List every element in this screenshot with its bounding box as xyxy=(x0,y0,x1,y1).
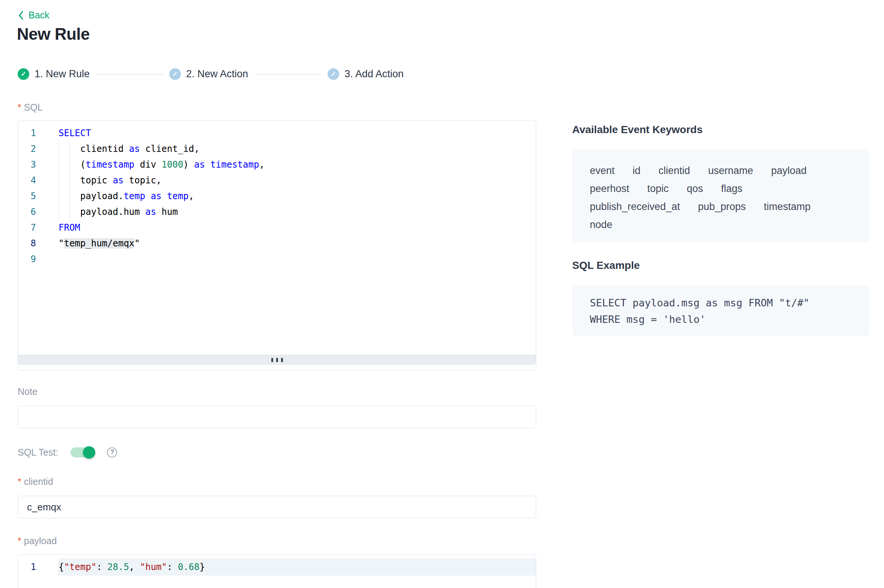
sql-example-line: WHERE msg = 'hello' xyxy=(590,311,854,328)
sql-test-toggle[interactable] xyxy=(71,447,95,458)
sql-example-line: SELECT payload.msg as msg FROM "t/#" xyxy=(590,295,854,311)
back-label: Back xyxy=(29,10,50,21)
event-keyword: pub_props xyxy=(698,198,746,216)
event-keyword: timestamp xyxy=(764,198,811,216)
line-number: 1 xyxy=(18,558,36,576)
event-keyword: qos xyxy=(687,180,703,198)
note-label-text: Note xyxy=(18,386,38,397)
note-input[interactable] xyxy=(18,406,536,428)
toggle-knob xyxy=(83,446,95,459)
event-keywords-panel: eventidclientidusernamepayloadpeerhostto… xyxy=(572,149,869,242)
code-line[interactable]: 9 xyxy=(18,251,536,267)
code-text: SELECT xyxy=(59,125,91,141)
resize-dot-icon xyxy=(271,358,273,362)
step-connector xyxy=(96,74,163,75)
line-number: 1 xyxy=(18,125,36,141)
chevron-left-icon xyxy=(18,10,24,20)
keyword-row: node xyxy=(590,216,854,234)
back-link[interactable]: Back xyxy=(18,10,50,21)
keyword-row: eventidclientidusernamepayload xyxy=(590,162,854,180)
code-text: (timestamp div 1000) as timestamp, xyxy=(59,157,265,172)
code-line[interactable]: 8"temp_hum/emqx" xyxy=(18,236,536,251)
sql-example-title: SQL Example xyxy=(572,260,640,272)
required-asterisk: * xyxy=(18,476,21,487)
payload-label-text: payload xyxy=(24,536,57,546)
code-text: FROM xyxy=(59,220,80,236)
line-number: 4 xyxy=(18,172,36,188)
event-keyword: topic xyxy=(647,180,669,198)
code-text: {"temp": 28.5, "hum": 0.68} xyxy=(59,558,205,576)
sql-test-label: SQL Test: xyxy=(18,447,58,458)
code-line[interactable]: 5 payload.temp as temp, xyxy=(18,188,536,204)
clientid-input[interactable] xyxy=(18,496,536,518)
check-circle-icon: ✓ xyxy=(18,68,29,80)
event-keyword: payload xyxy=(771,162,807,180)
step-label: 1. New Rule xyxy=(35,68,90,80)
sql-label-text: SQL xyxy=(24,102,43,112)
line-number: 6 xyxy=(18,204,36,220)
sql-editor[interactable]: 1SELECT2 clientid as client_id,3 (timest… xyxy=(18,120,536,370)
event-keyword: id xyxy=(633,162,640,180)
line-number: 3 xyxy=(18,157,36,172)
code-text: "temp_hum/emqx" xyxy=(59,236,140,251)
payload-editor[interactable]: 1{"temp": 28.5, "hum": 0.68} xyxy=(18,554,536,588)
step-indicator: ✓1. New Rule✓2. New Action✓3. Add Action xyxy=(18,68,404,80)
keyword-row: peerhosttopicqosflags xyxy=(590,180,854,198)
payload-editor-content[interactable]: 1{"temp": 28.5, "hum": 0.68} xyxy=(18,555,536,576)
event-keyword: peerhost xyxy=(590,180,629,198)
code-line[interactable]: 7FROM xyxy=(18,220,536,236)
code-line[interactable]: 2 clientid as client_id, xyxy=(18,141,536,157)
page-title: New Rule xyxy=(17,25,90,44)
step-item-1[interactable]: ✓1. New Rule xyxy=(18,68,90,80)
event-keyword: flags xyxy=(721,180,743,198)
note-field-label: Note xyxy=(18,386,38,397)
sql-editor-content[interactable]: 1SELECT2 clientid as client_id,3 (timest… xyxy=(18,121,536,355)
code-text: payload.hum as hum xyxy=(59,204,178,220)
new-rule-page: Back New Rule ✓1. New Rule✓2. New Action… xyxy=(0,0,884,588)
clientid-label-text: clientid xyxy=(24,476,53,487)
line-number: 5 xyxy=(18,188,36,204)
event-keyword: node xyxy=(590,216,612,234)
line-number: 2 xyxy=(18,141,36,157)
line-number: 9 xyxy=(18,251,36,267)
code-text: payload.temp as temp, xyxy=(59,188,194,204)
step-connector xyxy=(254,74,321,75)
line-number: 8 xyxy=(18,236,36,251)
sql-field-label: *SQL xyxy=(18,102,43,113)
code-text: clientid as client_id, xyxy=(59,141,200,157)
event-keyword: event xyxy=(590,162,615,180)
resize-dot-icon xyxy=(281,358,283,362)
code-line[interactable]: 4 topic as topic, xyxy=(18,172,536,188)
code-line[interactable]: 1SELECT xyxy=(18,125,536,141)
sql-example-panel: SELECT payload.msg as msg FROM "t/#"WHER… xyxy=(572,285,869,336)
event-keyword: clientid xyxy=(658,162,690,180)
check-circle-icon: ✓ xyxy=(169,68,181,80)
step-item-2[interactable]: ✓2. New Action xyxy=(169,68,248,80)
code-line[interactable]: 3 (timestamp div 1000) as timestamp, xyxy=(18,157,536,172)
keyword-row: publish_received_atpub_propstimestamp xyxy=(590,198,854,216)
sql-test-row: SQL Test: ? xyxy=(18,446,117,459)
code-text: topic as topic, xyxy=(59,172,162,188)
code-line[interactable]: 1{"temp": 28.5, "hum": 0.68} xyxy=(18,558,536,576)
event-keyword: publish_received_at xyxy=(590,198,680,216)
clientid-field-label: *clientid xyxy=(18,476,53,487)
keywords-panel-title: Available Event Keywords xyxy=(572,124,703,136)
help-icon[interactable]: ? xyxy=(107,447,117,458)
step-label: 3. Add Action xyxy=(344,68,404,80)
resize-dot-icon xyxy=(276,358,278,362)
required-asterisk: * xyxy=(18,536,21,546)
step-item-3[interactable]: ✓3. Add Action xyxy=(328,68,404,80)
payload-field-label: *payload xyxy=(18,536,57,546)
required-asterisk: * xyxy=(18,102,21,112)
event-keyword: username xyxy=(708,162,753,180)
editor-resize-handle[interactable] xyxy=(18,355,536,365)
check-circle-icon: ✓ xyxy=(328,68,339,80)
line-number: 7 xyxy=(18,220,36,236)
step-label: 2. New Action xyxy=(186,68,248,80)
code-line[interactable]: 6 payload.hum as hum xyxy=(18,204,536,220)
